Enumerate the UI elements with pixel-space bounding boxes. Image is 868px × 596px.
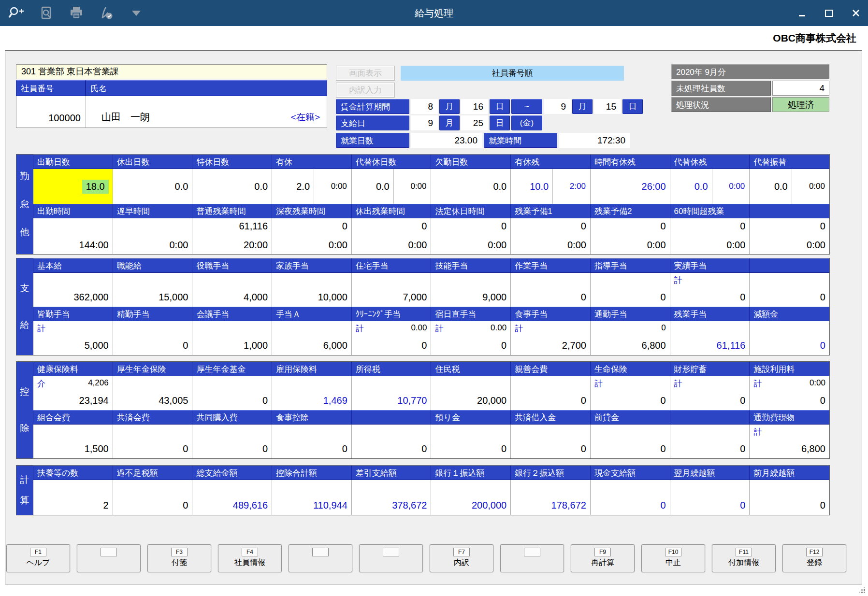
- fkey-f2-empty[interactable]: [77, 544, 141, 572]
- value-cell[interactable]: 0: [272, 425, 352, 458]
- value-cell[interactable]: 61,11620:00: [192, 218, 272, 254]
- close-button[interactable]: [851, 8, 861, 18]
- value-cell[interactable]: 1,000: [192, 321, 272, 355]
- value-cell[interactable]: 0: [113, 321, 193, 355]
- fkey-cancel[interactable]: F10中止: [641, 544, 705, 572]
- minimize-button[interactable]: [796, 8, 807, 18]
- cell-value: 0: [272, 443, 351, 458]
- value-cell[interactable]: 1,469: [272, 376, 352, 410]
- fkey-breakdown[interactable]: F7内訳: [430, 544, 493, 572]
- value-cell[interactable]: 計0: [670, 273, 750, 307]
- value-cell[interactable]: 10.02:00: [511, 169, 591, 204]
- value-cell[interactable]: 00:00: [272, 218, 352, 254]
- value-cell[interactable]: 計0:000: [750, 376, 829, 410]
- fkey-recalculate[interactable]: F9再計算: [571, 544, 635, 572]
- value-cell[interactable]: 0: [431, 425, 511, 458]
- employee-number[interactable]: 100000: [16, 96, 86, 128]
- working-days-value[interactable]: 23.00: [411, 133, 482, 148]
- value-cell[interactable]: 0.0: [431, 169, 511, 204]
- fkey-help[interactable]: F1ヘルプ: [6, 544, 70, 572]
- period-to-day[interactable]: 15: [594, 99, 621, 114]
- detail-input-button[interactable]: 内訳入力: [336, 83, 395, 98]
- value-cell[interactable]: 61,116: [670, 321, 750, 355]
- screen-display-button[interactable]: 画面表示: [336, 66, 395, 81]
- value-cell[interactable]: 0: [591, 425, 670, 458]
- column-header: 住宅手当: [352, 258, 432, 273]
- value-cell[interactable]: 0.00:00: [670, 169, 750, 204]
- value-cell[interactable]: 144:00: [33, 218, 113, 254]
- payday-month[interactable]: 9: [411, 115, 438, 130]
- value-cell[interactable]: 0: [511, 376, 591, 410]
- value-cell[interactable]: 0: [750, 321, 829, 355]
- value-cell[interactable]: 26:00: [591, 169, 670, 204]
- maximize-button[interactable]: [824, 8, 834, 18]
- working-hours-value[interactable]: 172:30: [559, 133, 630, 148]
- value-cell[interactable]: 0: [670, 425, 750, 458]
- column-header: 翌月繰越額: [670, 466, 750, 480]
- value-cell[interactable]: 43,005: [113, 376, 193, 410]
- sort-order-bar[interactable]: 社員番号順: [401, 66, 624, 81]
- employee-number-header: 社員番号: [16, 80, 86, 96]
- value-cell[interactable]: 計2,700: [511, 321, 591, 355]
- value-cell[interactable]: 計0.000: [352, 321, 432, 355]
- fkey-employee-info[interactable]: F4社員情報: [218, 544, 282, 572]
- value-cell[interactable]: 10,770: [352, 376, 432, 410]
- value-cell[interactable]: 0: [192, 425, 272, 458]
- working-days-label: 就業日数: [336, 133, 409, 148]
- employee-name[interactable]: 山田 一朗: [86, 96, 291, 128]
- value-cell[interactable]: 4,000: [192, 273, 272, 307]
- value-cell[interactable]: 20,000: [431, 376, 511, 410]
- value-cell[interactable]: 0.00:00: [750, 169, 829, 204]
- department-bar[interactable]: 301 営業部 東日本営業課: [16, 64, 327, 79]
- employee-row[interactable]: 100000 山田 一朗 <在籍>: [16, 96, 327, 128]
- value-cell[interactable]: 2.00:00: [272, 169, 352, 204]
- value-cell[interactable]: 9,000: [431, 273, 511, 307]
- value-cell[interactable]: 計6,800: [750, 425, 829, 458]
- value-cell[interactable]: 15,000: [113, 273, 193, 307]
- value-cell[interactable]: 0.00:00: [352, 169, 432, 204]
- value-cell[interactable]: 2: [33, 480, 113, 515]
- value-cell[interactable]: 0: [511, 273, 591, 307]
- value-cell[interactable]: 介4,20623,194: [33, 376, 113, 410]
- payday-day[interactable]: 25: [461, 115, 488, 130]
- value-cell[interactable]: 06,800: [591, 321, 670, 355]
- cell-value: 0: [591, 395, 670, 410]
- value-cell[interactable]: 1,500: [33, 425, 113, 458]
- value-cell[interactable]: 0: [113, 425, 193, 458]
- fkey-f6-empty[interactable]: [359, 544, 423, 572]
- value-cell[interactable]: 10,000: [272, 273, 352, 307]
- value-cell[interactable]: 計5,000: [33, 321, 113, 355]
- value-cell[interactable]: 0:00: [113, 218, 193, 254]
- column-header: 銀行２振込額: [511, 466, 591, 480]
- period-to-month[interactable]: 9: [544, 99, 571, 114]
- value-cell[interactable]: 6,000: [272, 321, 352, 355]
- value-cell[interactable]: 計0: [670, 376, 750, 410]
- value-cell[interactable]: 計0: [591, 376, 670, 410]
- resize-grip[interactable]: [858, 586, 866, 594]
- value-cell[interactable]: 0: [511, 425, 591, 458]
- value-cell[interactable]: 0: [113, 480, 193, 515]
- value-cell[interactable]: 0: [750, 273, 829, 307]
- period-from-day[interactable]: 16: [461, 99, 488, 114]
- value-cell[interactable]: 計0.000: [431, 321, 511, 355]
- value-cell[interactable]: 00:00: [750, 218, 829, 254]
- fkey-sticky-note[interactable]: F3付箋: [147, 544, 211, 572]
- value-cell[interactable]: 7,000: [352, 273, 432, 307]
- value-cell[interactable]: 00:00: [352, 218, 432, 254]
- value-cell[interactable]: 0.0: [113, 169, 193, 204]
- fkey-additional-info[interactable]: F11付加情報: [712, 544, 776, 572]
- period-from-month[interactable]: 8: [411, 99, 438, 114]
- fkey-f5-empty[interactable]: [289, 544, 352, 572]
- value-cell[interactable]: 0.0: [192, 169, 272, 204]
- fkey-f8-empty[interactable]: [500, 544, 564, 572]
- value-cell[interactable]: 00:00: [511, 218, 591, 254]
- value-cell[interactable]: 362,000: [33, 273, 113, 307]
- value-cell[interactable]: 00:00: [431, 218, 511, 254]
- value-cell[interactable]: 0: [591, 273, 670, 307]
- value-cell[interactable]: 0: [352, 425, 432, 458]
- value-cell-focused[interactable]: 18.0: [33, 169, 113, 204]
- value-cell[interactable]: 0: [192, 376, 272, 410]
- value-cell[interactable]: 00:00: [670, 218, 750, 254]
- fkey-register[interactable]: F12登録: [782, 544, 846, 572]
- value-cell[interactable]: 00:00: [591, 218, 670, 254]
